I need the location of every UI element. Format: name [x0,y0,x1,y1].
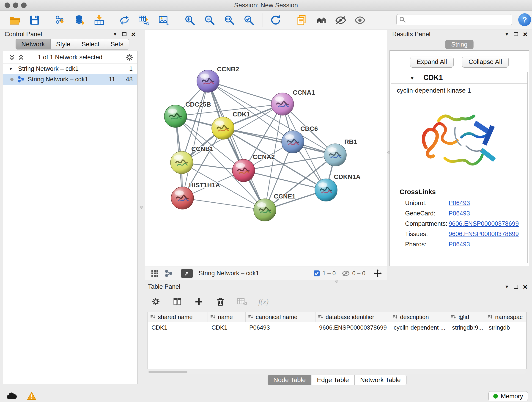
column-header[interactable]: @id [448,312,485,322]
panel-close-icon[interactable]: × [523,284,527,289]
panel-float-icon[interactable] [122,32,127,36]
network-node-cdkn1a[interactable] [315,179,337,201]
tab-style[interactable]: Style [51,39,76,50]
cloud-status-icon[interactable] [6,392,17,400]
network-edge[interactable] [244,171,326,190]
table-cell[interactable]: CDK1 [208,322,246,333]
tab-network[interactable]: Network [16,39,51,50]
pan-crosshair-icon[interactable] [373,269,382,278]
scrollbar-thumb[interactable] [148,371,187,373]
export-network-button[interactable] [118,13,131,27]
table-cell[interactable]: stringdb [485,322,526,333]
network-edge[interactable] [208,81,283,104]
import-table-button[interactable] [93,13,106,27]
network-node-ccne1[interactable] [254,199,276,221]
crosslink-link[interactable]: 9606.ENSP00000378699 [449,230,519,238]
panel-close-icon[interactable]: × [131,32,136,36]
minimize-window-icon[interactable] [13,2,18,8]
toolbar-search[interactable] [396,14,512,25]
network-row-selected[interactable]: String Network – cdk1 11 48 [3,74,137,85]
panel-minimize-icon[interactable]: ▼ [505,284,509,289]
panel-close-icon[interactable]: × [523,32,527,36]
tab-sets[interactable]: Sets [105,39,129,50]
network-node-cdk1[interactable] [212,117,234,139]
table-settings-button[interactable] [149,295,162,308]
search-input[interactable] [408,16,509,24]
export-table-button[interactable] [137,13,150,27]
open-session-button[interactable] [8,13,22,27]
table-cell[interactable]: CDK1 [148,322,208,333]
show-columns-button[interactable] [171,295,184,308]
string-tab-badge[interactable]: String [445,40,474,49]
birdseye-view-button[interactable] [315,13,328,27]
show-graphics-details-button[interactable] [353,13,367,27]
network-node-ccnb2[interactable] [197,70,219,92]
network-node-ccna1[interactable] [271,93,294,115]
network-node-cdc6[interactable] [282,131,304,153]
table-cell[interactable]: 9606.ENSP00000378699 [316,322,390,333]
hidden-eye-slash-icon[interactable] [342,270,350,277]
network-node-rb1[interactable] [324,144,346,166]
gear-icon[interactable] [125,53,133,61]
column-header[interactable]: name [208,312,246,322]
zoom-fit-button[interactable] [223,13,236,27]
zoom-window-icon[interactable] [21,2,27,8]
tab-select[interactable]: Select [76,39,105,50]
crosslink-link[interactable]: P06493 [449,200,470,207]
network-edge[interactable] [182,198,265,210]
node-table[interactable]: shared namenamecanonical namedatabase id… [147,312,526,369]
table-cell[interactable]: P06493 [246,322,316,333]
crosslink-link[interactable]: P06493 [449,210,470,217]
table-horizontal-scrollbar[interactable] [147,370,526,374]
network-edge[interactable] [208,81,265,210]
selected-checkbox-icon[interactable] [313,270,320,277]
column-header[interactable]: database identifier [316,312,390,322]
hide-graphics-details-button[interactable] [334,13,347,27]
expand-all-button[interactable]: Expand All [410,57,454,68]
warning-icon[interactable] [27,392,36,400]
delete-column-button[interactable] [214,295,227,308]
crosslink-link[interactable]: P06493 [449,241,470,248]
add-column-button[interactable] [192,295,205,308]
column-header[interactable]: description [390,312,448,322]
left-splitter-handle[interactable] [140,206,143,209]
network-edge[interactable] [182,81,208,198]
network-node-cdc25b[interactable] [164,105,187,128]
table-row[interactable]: CDK1CDK1P064939606.ENSP00000378699cyclin… [148,322,526,333]
tab-node-table[interactable]: Node Table [268,375,311,385]
column-header[interactable]: shared name [148,312,208,322]
crosslink-link[interactable]: 9606.ENSP00000378699 [449,220,519,227]
column-header[interactable]: namespac [485,312,526,322]
save-session-button[interactable] [28,13,41,27]
zoom-in-button[interactable] [183,13,196,27]
apply-layout-button[interactable] [269,13,282,27]
annotation-document-button[interactable] [295,13,308,27]
import-network-database-button[interactable] [73,13,87,27]
tab-edge-table[interactable]: Edge Table [311,375,355,385]
grid-view-icon[interactable] [151,269,159,277]
network-node-hist1h1a[interactable] [171,187,194,209]
memory-button[interactable]: Memory [488,391,528,401]
help-button[interactable]: ? [518,13,531,26]
panel-minimize-icon[interactable]: ▼ [113,32,117,37]
zoom-out-button[interactable] [203,13,216,27]
entry-collapse-icon[interactable]: ▼ [410,75,415,81]
panel-float-icon[interactable] [514,285,518,289]
export-image-button[interactable] [157,13,171,27]
detach-view-button[interactable] [181,269,193,278]
table-cell[interactable]: stringdb:9... [448,322,485,333]
panel-minimize-icon[interactable]: ▼ [505,32,509,37]
share-view-icon[interactable] [165,269,172,277]
close-window-icon[interactable] [5,2,10,8]
table-cell[interactable]: cyclin-dependent ... [390,322,448,333]
network-node-ccna2[interactable] [232,159,255,182]
network-collection-row[interactable]: ▼ String Network – cdk1 1 [3,64,137,74]
collapse-all-button[interactable]: Collapse All [462,57,509,68]
network-node-ccnb1[interactable] [171,151,193,174]
collection-expand-icon[interactable]: ▼ [8,66,13,71]
import-network-button[interactable] [54,13,67,27]
zoom-selected-button[interactable] [242,13,256,27]
column-header[interactable]: canonical name [246,312,316,322]
network-canvas[interactable]: CCNB2CCNA1CDC25BCDK1CDC6RB1CCNB1CCNA2CDK… [145,30,387,267]
panel-float-icon[interactable] [514,32,518,36]
